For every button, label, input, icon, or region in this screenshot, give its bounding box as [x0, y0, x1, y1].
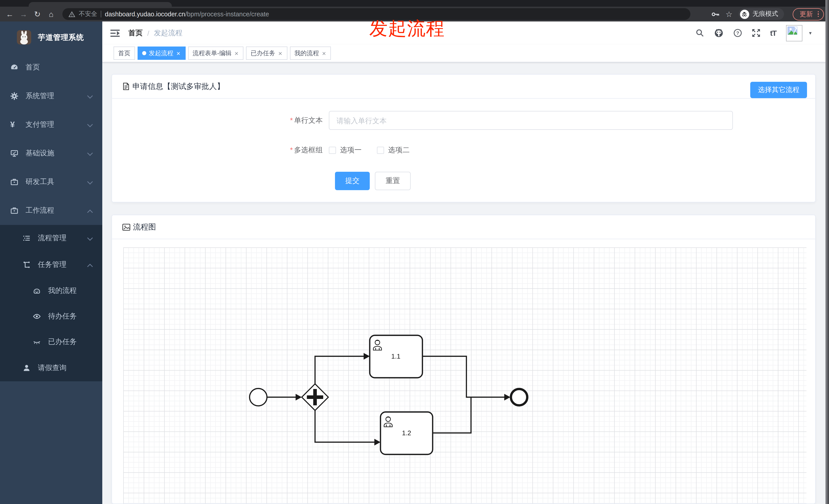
eye-closed-icon	[33, 338, 41, 346]
sidebar-item-home[interactable]: 首页	[0, 53, 102, 82]
tree-icon	[23, 261, 31, 269]
checkbox-icon[interactable]	[377, 147, 384, 154]
svg-text:?: ?	[736, 30, 739, 36]
sidebar-item-todo-tasks[interactable]: 待办任务	[0, 304, 102, 329]
tab-form-edit[interactable]: 流程表单-编辑 ×	[188, 46, 244, 60]
sidebar-item-infra[interactable]: 基础设施	[0, 139, 102, 168]
chevron-down-icon	[87, 92, 93, 100]
sidebar-item-done-tasks[interactable]: 已办任务	[0, 329, 102, 355]
close-icon[interactable]: ×	[278, 50, 283, 56]
apply-info-card: 申请信息【测试多审批人】 选择其它流程 *单行文本 *多选框组 选项一	[111, 74, 816, 202]
browser-active-tab[interactable]	[29, 2, 172, 7]
sidebar-item-task-mgmt[interactable]: 任务管理	[0, 251, 102, 278]
breadcrumb: 首页 / 发起流程	[129, 28, 183, 38]
broken-image-icon	[788, 26, 797, 35]
sidebar-item-label: 流程管理	[38, 234, 67, 243]
reset-button[interactable]: 重置	[375, 172, 411, 190]
tab-start-process[interactable]: 发起流程 ×	[138, 46, 185, 60]
sidebar-item-label: 首页	[26, 63, 40, 72]
bpmn-user-task-1-1[interactable]: 1.1	[370, 335, 423, 378]
window-edge-scrollbar[interactable]	[825, 0, 829, 504]
chevron-up-icon	[87, 206, 93, 215]
chevron-up-icon	[87, 261, 93, 269]
checkbox-icon[interactable]	[329, 147, 336, 154]
sidebar-item-label: 支付管理	[26, 120, 54, 129]
field-label: *单行文本	[112, 116, 329, 125]
breadcrumb-current: 发起流程	[154, 28, 183, 38]
app-logo-row[interactable]: 芋道管理系统	[0, 22, 102, 53]
tab-label: 流程表单-编辑	[192, 49, 231, 57]
breadcrumb-home[interactable]: 首页	[129, 28, 143, 38]
checkbox-label: 选项二	[388, 146, 410, 155]
form-row-checkboxes: *多选框组 选项一 选项二	[112, 145, 815, 155]
bpmn-user-task-1-2[interactable]: 1.2	[381, 412, 433, 455]
user-avatar[interactable]	[786, 25, 802, 41]
document-icon	[122, 82, 130, 90]
search-icon[interactable]	[695, 29, 704, 37]
main-content: 申请信息【测试多审批人】 选择其它流程 *单行文本 *多选框组 选项一	[102, 62, 829, 504]
bpmn-parallel-gateway[interactable]	[302, 384, 328, 411]
fullscreen-icon[interactable]	[752, 29, 760, 37]
font-size-icon[interactable]: tT	[770, 29, 776, 37]
sidebar-item-payment[interactable]: ¥ 支付管理	[0, 110, 102, 139]
reload-icon[interactable]: ↻	[33, 10, 42, 18]
sidebar-item-workflow[interactable]: 工作流程	[0, 196, 102, 225]
checkbox-option-1[interactable]: 选项一	[329, 146, 362, 155]
key-icon[interactable]	[711, 10, 720, 18]
checkbox-label: 选项一	[340, 146, 362, 155]
sidebar-item-label: 已办任务	[48, 337, 77, 347]
sidebar-item-label: 待办任务	[48, 312, 77, 321]
flow-list-icon	[23, 234, 31, 242]
home-icon[interactable]: ⌂	[46, 10, 56, 18]
gear-icon	[10, 92, 19, 100]
menu-dots-icon[interactable]	[818, 11, 819, 17]
sidebar: 芋道管理系统 首页 系统管理 ¥ 支付管理	[0, 22, 102, 504]
update-label: 更新	[800, 9, 813, 18]
sidebar-item-system[interactable]: 系统管理	[0, 82, 102, 110]
close-icon[interactable]: ×	[176, 50, 181, 56]
checkbox-option-2[interactable]: 选项二	[377, 146, 410, 155]
bpmn-end-event[interactable]	[511, 389, 527, 405]
back-icon[interactable]: ←	[5, 10, 14, 18]
tab-done-tasks[interactable]: 已办任务 ×	[246, 46, 287, 60]
bpmn-diagram: 1.1	[123, 247, 806, 504]
sidebar-item-my-process[interactable]: 我的流程	[0, 278, 102, 304]
bpmn-start-event[interactable]	[250, 388, 267, 406]
choose-other-process-button[interactable]: 选择其它流程	[750, 82, 807, 98]
close-icon[interactable]: ×	[234, 50, 239, 56]
forward-icon[interactable]: →	[19, 10, 28, 18]
workflow-submenu: 流程管理 任务管理 我的流程	[0, 225, 102, 381]
required-asterisk: *	[290, 116, 292, 124]
card-header: 流程图	[112, 215, 815, 239]
bpmn-canvas[interactable]: 1.1	[123, 247, 806, 504]
chevron-down-icon	[87, 178, 93, 186]
github-icon[interactable]	[714, 28, 724, 38]
sidebar-item-process-mgmt[interactable]: 流程管理	[0, 225, 102, 251]
submit-button[interactable]: 提交	[335, 172, 370, 190]
security-label[interactable]: 不安全	[79, 10, 97, 18]
sidebar-item-leave-query[interactable]: 请假查询	[0, 355, 102, 381]
browser-update-button[interactable]: 更新	[792, 8, 824, 20]
image-icon	[122, 223, 131, 231]
close-icon[interactable]: ×	[322, 50, 327, 56]
caret-down-icon[interactable]: ▾	[809, 30, 812, 36]
task-label: 1.2	[402, 429, 411, 437]
single-line-text-input[interactable]	[329, 111, 733, 130]
sidebar-item-label: 研发工具	[26, 178, 54, 187]
chevron-down-icon	[87, 234, 93, 242]
warning-icon	[69, 11, 75, 17]
browser-tab-strip	[0, 0, 829, 7]
sidebar-toggle-icon[interactable]	[110, 29, 120, 37]
logo-avatar	[17, 30, 31, 44]
tab-home[interactable]: 首页	[113, 46, 135, 60]
briefcase-icon	[10, 178, 19, 186]
tab-label: 我的流程	[295, 49, 319, 57]
card-title: 流程图	[133, 222, 156, 232]
help-icon[interactable]: ?	[733, 29, 742, 37]
url-text[interactable]: dashboard.yudao.iocoder.cn/bpm/process-i…	[105, 10, 269, 17]
bookmark-star-icon[interactable]: ☆	[724, 10, 734, 18]
app-title: 芋道管理系统	[38, 33, 84, 42]
yen-icon: ¥	[10, 121, 19, 129]
sidebar-item-devtools[interactable]: 研发工具	[0, 168, 102, 196]
tab-my-process[interactable]: 我的流程 ×	[290, 46, 331, 60]
